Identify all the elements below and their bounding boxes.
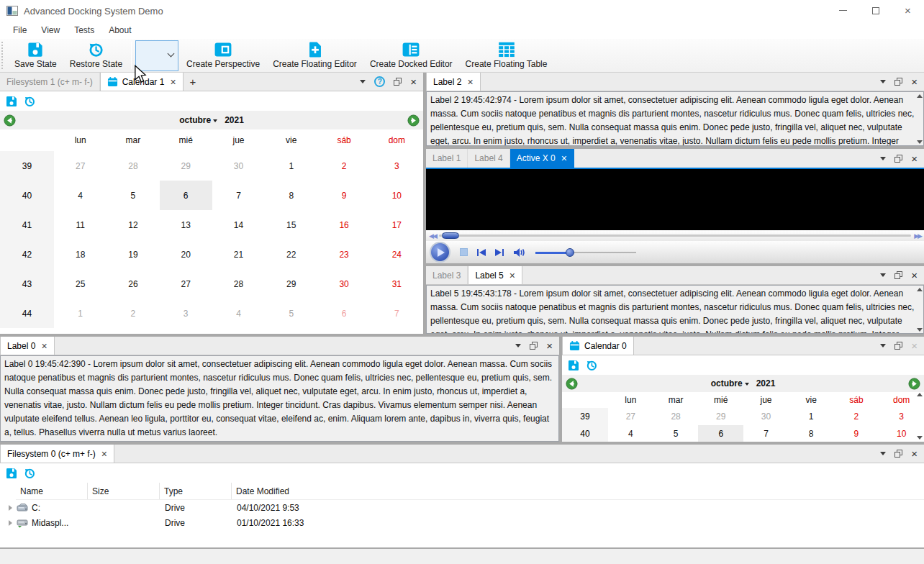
calendar-day[interactable]: 4: [212, 299, 265, 328]
calendar-day[interactable]: 3: [879, 408, 924, 425]
stop-button[interactable]: [460, 248, 468, 256]
calendar-day[interactable]: 20: [160, 240, 212, 269]
panel-close-icon[interactable]: ×: [911, 448, 918, 459]
volume-knob[interactable]: [566, 248, 574, 257]
restore-icon[interactable]: [24, 468, 35, 479]
volume-slider[interactable]: [535, 248, 636, 257]
calendar-day[interactable]: 17: [371, 210, 423, 240]
calendar-day[interactable]: 9: [317, 181, 370, 210]
create-perspective-button[interactable]: Create Perspective: [180, 39, 266, 72]
tab-close-icon[interactable]: ×: [101, 449, 107, 459]
tree-row-c-drive[interactable]: C: Drive 04/10/2021 9:53: [0, 500, 924, 515]
toolbar-drag-handle[interactable]: [1, 42, 6, 69]
next-button[interactable]: [495, 249, 504, 256]
tab-close-icon[interactable]: ×: [467, 77, 473, 87]
calendar-day[interactable]: 9: [834, 425, 879, 442]
calendar-day[interactable]: 12: [107, 210, 159, 240]
fast-forward-icon[interactable]: ▶▶: [914, 232, 921, 240]
tab-calendar0[interactable]: Calendar 0: [562, 337, 634, 355]
seek-track[interactable]: [439, 235, 911, 237]
maximize-button[interactable]: [859, 0, 892, 21]
calendar-day[interactable]: 1: [54, 299, 107, 328]
calendar-day[interactable]: 8: [789, 425, 834, 442]
add-tab-button[interactable]: +: [184, 73, 203, 91]
previous-button[interactable]: [477, 249, 486, 256]
calendar-day[interactable]: 7: [371, 299, 423, 328]
undock-icon[interactable]: [894, 155, 902, 163]
calendar-day[interactable]: 16: [317, 210, 370, 240]
help-icon[interactable]: ?: [374, 76, 385, 87]
month-button[interactable]: octubre: [179, 115, 211, 125]
calendar-day[interactable]: 19: [107, 240, 159, 269]
calendar-day[interactable]: 11: [54, 210, 107, 240]
create-docked-editor-button[interactable]: Create Docked Editor: [363, 39, 459, 72]
undock-icon[interactable]: [394, 78, 402, 86]
save-icon[interactable]: [568, 360, 579, 371]
year-button[interactable]: 2021: [225, 115, 244, 125]
menu-file[interactable]: File: [6, 23, 34, 37]
calendar-day[interactable]: 21: [212, 240, 265, 269]
tab-label4[interactable]: Label 4: [468, 149, 509, 168]
calendar-day[interactable]: 26: [107, 269, 159, 299]
calendar-day[interactable]: 5: [107, 181, 159, 210]
calendar-day[interactable]: 1: [265, 151, 317, 181]
calendar-day[interactable]: 22: [265, 240, 317, 269]
calendar-day[interactable]: 14: [212, 210, 265, 240]
create-floating-editor-button[interactable]: Create Floating Editor: [266, 39, 363, 72]
calendar-day[interactable]: 31: [371, 269, 423, 299]
expand-chevron-icon[interactable]: [9, 520, 12, 526]
scroll-down-icon[interactable]: [917, 140, 923, 144]
calendar-day[interactable]: 7: [212, 181, 265, 210]
calendar-day[interactable]: 30: [212, 151, 265, 181]
calendar-day[interactable]: 2: [834, 408, 879, 425]
tab-label5[interactable]: Label 5 ×: [468, 266, 522, 284]
save-icon[interactable]: [6, 96, 17, 107]
calendar-day[interactable]: 5: [265, 299, 317, 328]
calendar-day[interactable]: 3: [371, 151, 423, 181]
tab-menu-icon[interactable]: [880, 157, 886, 163]
calendar-day[interactable]: 6: [160, 181, 212, 210]
calendar-day[interactable]: 28: [653, 408, 699, 425]
column-type[interactable]: Type: [160, 483, 232, 499]
column-size[interactable]: Size: [88, 483, 160, 499]
tab-close-icon[interactable]: ×: [170, 77, 176, 87]
calendar-day[interactable]: 28: [212, 269, 265, 299]
calendar-day[interactable]: 27: [160, 269, 212, 299]
calendar-day[interactable]: 4: [608, 425, 653, 442]
calendar-day[interactable]: 5: [653, 425, 699, 442]
tab-menu-icon[interactable]: [880, 344, 886, 350]
play-button[interactable]: [430, 242, 450, 263]
calendar-day[interactable]: 18: [54, 240, 107, 269]
tab-close-icon[interactable]: ×: [561, 153, 567, 163]
tab-menu-icon[interactable]: [515, 344, 521, 350]
tab-label2[interactable]: Label 2 ×: [426, 73, 481, 91]
calendar-day[interactable]: 15: [265, 210, 317, 240]
volume-icon[interactable]: [513, 247, 526, 258]
scroll-up-icon[interactable]: [917, 393, 923, 396]
menu-tests[interactable]: Tests: [67, 23, 101, 37]
panel-close-icon[interactable]: ×: [546, 340, 553, 351]
tab-label1[interactable]: Label 1: [426, 149, 468, 168]
column-name[interactable]: Name: [16, 483, 88, 499]
tab-close-icon[interactable]: ×: [41, 341, 47, 351]
calendar-day[interactable]: 29: [160, 151, 212, 181]
save-state-button[interactable]: Save State: [8, 39, 63, 72]
column-date-modified[interactable]: Date Modified: [232, 483, 397, 499]
calendar-day[interactable]: 2: [317, 151, 370, 181]
save-icon[interactable]: [6, 468, 17, 479]
calendar-day[interactable]: 23: [317, 240, 370, 269]
month-button[interactable]: octubre: [711, 378, 743, 388]
rewind-icon[interactable]: ◀◀: [429, 232, 436, 240]
create-floating-table-button[interactable]: Create Floating Table: [459, 39, 554, 72]
year-button[interactable]: 2021: [756, 378, 776, 388]
calendar-day[interactable]: 13: [160, 210, 212, 240]
calendar-day[interactable]: 3: [160, 299, 212, 328]
calendar-day[interactable]: 1: [789, 408, 834, 425]
restore-icon[interactable]: [586, 360, 597, 371]
tab-filesystem0[interactable]: Filesystem 0 (c+ m+ f-) ×: [0, 445, 114, 463]
tab-filesystem1[interactable]: Filesystem 1 (c+ m- f-): [0, 73, 100, 91]
calendar-day[interactable]: 8: [265, 181, 317, 210]
restore-state-button[interactable]: Restore State: [63, 39, 129, 72]
undock-icon[interactable]: [894, 450, 902, 458]
tab-activex0[interactable]: Active X 0 ×: [510, 149, 574, 168]
